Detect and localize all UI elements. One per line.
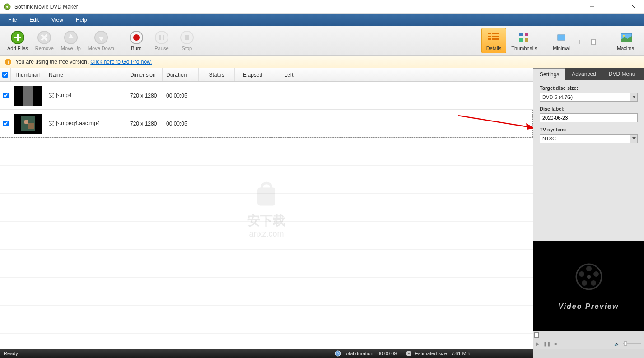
settings-body: Target disc size: DVD-5 (4.7G) Disc labe… [533, 80, 644, 241]
row-checkbox[interactable] [0, 110, 11, 137]
empty-row [0, 278, 533, 306]
svg-point-56 [587, 275, 591, 279]
header-thumbnail[interactable]: Thumbnail [11, 68, 45, 81]
tv-system-select[interactable]: NTSC [540, 134, 638, 143]
svg-rect-29 [519, 38, 523, 42]
header-duration[interactable]: Duration [163, 68, 199, 81]
header-elapsed[interactable]: Elapsed [235, 68, 271, 81]
view-minimal-button[interactable]: Minimal [548, 28, 575, 53]
svg-point-16 [155, 31, 168, 44]
svg-rect-24 [492, 36, 499, 37]
svg-point-51 [586, 266, 592, 271]
menu-edit[interactable]: Edit [23, 15, 45, 25]
menu-help[interactable]: Help [70, 15, 93, 25]
separator [545, 31, 545, 51]
preview-volume-button[interactable]: 🔈 [614, 341, 620, 346]
right-panel: Settings Advanced DVD Menu Target disc s… [533, 68, 644, 349]
empty-row [0, 194, 533, 222]
go-pro-link[interactable]: Click here to Go Pro now. [90, 59, 152, 65]
header-dimension[interactable]: Dimension [126, 68, 163, 81]
row-checkbox[interactable] [0, 82, 11, 109]
remove-icon [37, 30, 51, 45]
preview-seek-bar[interactable] [533, 331, 644, 338]
svg-text:i: i [7, 59, 9, 65]
header-name[interactable]: Name [45, 68, 126, 81]
maximize-button[interactable] [602, 0, 623, 13]
svg-rect-18 [163, 35, 164, 40]
window-title: Sothink Movie DVD Maker [14, 4, 582, 10]
svg-point-55 [579, 271, 584, 277]
row-dimension: 720 x 1280 [126, 82, 163, 109]
film-reel-icon [575, 263, 602, 290]
tab-dvd-menu[interactable]: DVD Menu [602, 68, 642, 80]
table-body: 安下.mp4720 x 128000:00:05安下.mpeg4.aac.mp4… [0, 82, 533, 334]
close-button[interactable] [623, 0, 644, 13]
svg-rect-17 [159, 35, 161, 40]
clock-icon [335, 350, 341, 357]
app-icon [4, 3, 11, 10]
info-icon: i [5, 58, 12, 65]
zoom-slider[interactable] [578, 37, 609, 46]
table-row[interactable]: 安下.mpeg4.aac.mp4720 x 128000:00:05 [0, 110, 533, 138]
move-down-button: Move Down [84, 28, 118, 53]
table-row[interactable]: 安下.mp4720 x 128000:00:05 [0, 82, 533, 110]
header-checkbox[interactable] [0, 68, 11, 81]
view-thumbnails-button[interactable]: Thumbnails [506, 28, 542, 53]
row-name: 安下.mp4 [45, 82, 126, 109]
chevron-down-icon [630, 93, 637, 101]
row-duration: 00:00:05 [163, 110, 199, 137]
menu-file[interactable]: File [2, 15, 23, 25]
details-icon [486, 30, 501, 45]
row-thumbnail [11, 82, 45, 109]
preview-play-button[interactable]: ▶ [536, 341, 540, 346]
preview-controls: ▶ ❚❚ ■ 🔈 [533, 338, 644, 349]
chevron-down-icon [630, 135, 637, 143]
remove-button: Remove [32, 28, 57, 53]
menu-view[interactable]: View [45, 15, 70, 25]
thumbnails-icon [517, 30, 532, 45]
svg-rect-25 [488, 38, 491, 40]
preview-pause-button[interactable]: ❚❚ [543, 341, 551, 346]
preview-stop-button[interactable]: ■ [554, 341, 557, 346]
header-status[interactable]: Status [199, 68, 235, 81]
file-table: Thumbnail Name Dimension Duration Status… [0, 68, 533, 349]
panel-tabs: Settings Advanced DVD Menu [533, 68, 644, 80]
tv-system-label: TV system: [540, 127, 638, 132]
header-left[interactable]: Left [271, 68, 307, 81]
row-name: 安下.mpeg4.aac.mp4 [45, 110, 126, 137]
tab-settings[interactable]: Settings [533, 68, 565, 80]
add-icon [10, 30, 25, 45]
add-files-button[interactable]: Add Files [4, 28, 32, 53]
tab-advanced[interactable]: Advanced [565, 68, 602, 80]
burn-icon [129, 30, 144, 45]
move-up-button: Move Up [57, 28, 84, 53]
empty-row [0, 138, 533, 166]
separator [121, 31, 121, 51]
video-preview: Video Preview [533, 241, 644, 331]
stop-icon [180, 30, 194, 45]
svg-rect-26 [492, 38, 499, 40]
stop-button: Stop [174, 28, 200, 53]
svg-rect-20 [185, 35, 189, 40]
pause-icon [154, 30, 169, 45]
table-header: Thumbnail Name Dimension Duration Status… [0, 68, 533, 82]
svg-rect-23 [488, 36, 491, 37]
disc-label-input[interactable] [540, 113, 638, 122]
row-dimension: 720 x 1280 [126, 110, 163, 137]
pause-button: Pause [149, 28, 174, 53]
minimize-button[interactable] [582, 0, 602, 13]
row-thumbnail [11, 110, 45, 137]
status-ready: Ready [4, 351, 18, 356]
volume-slider[interactable] [623, 341, 641, 346]
view-details-button[interactable]: Details [481, 28, 507, 53]
svg-rect-22 [492, 33, 499, 34]
svg-point-52 [593, 271, 599, 277]
svg-point-1 [6, 6, 8, 8]
view-maximal-button[interactable]: Maximal [612, 28, 640, 53]
target-disc-size-select[interactable]: DVD-5 (4.7G) [540, 93, 638, 102]
svg-rect-30 [525, 38, 528, 42]
svg-rect-8 [14, 37, 21, 38]
titlebar: Sothink Movie DVD Maker [0, 0, 644, 14]
burn-button[interactable]: Burn [124, 28, 149, 53]
svg-rect-31 [558, 35, 565, 40]
